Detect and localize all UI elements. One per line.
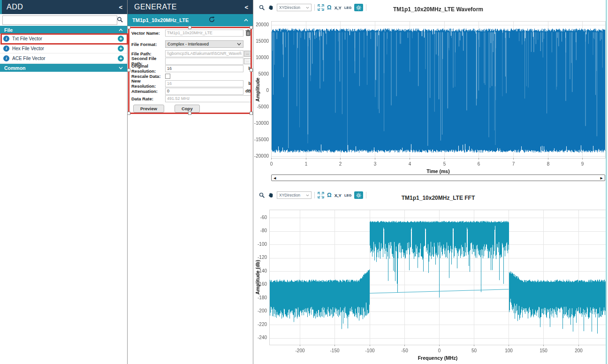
sidebar-item-txt-file-vector[interactable]: i Txt File Vector + [0,34,127,44]
info-icon[interactable]: i [3,46,9,52]
info-icon[interactable]: i [3,36,9,42]
fft-chart-canvas[interactable] [253,203,608,364]
form-row-original-resolution: Original Resolution: b [131,65,251,72]
file-format-select[interactable]: Complex - Interleaved [165,40,243,48]
field-label: Data Rate: [131,96,165,101]
vector-name-field[interactable] [165,30,243,37]
item-label: ACE File Vector [12,56,46,61]
waveform-chart-title: TM1p1_10x20MHz_LTE Waveform [271,6,605,13]
waveform-chart-canvas[interactable] [253,0,608,188]
section-header-common[interactable]: Common [0,64,127,72]
chevron-down-icon [119,67,123,69]
generator-form: Vector Name: File Format: Complex - Inte… [128,28,253,120]
new-resolution-field [165,80,243,87]
search-icon[interactable] [117,16,123,25]
add-panel: ADD < File i Txt File Vector + i Hex Fil… [0,0,128,364]
add-panel-title: ADD [7,3,23,11]
data-rate-field [165,95,251,102]
chevron-up-icon[interactable] [244,19,248,22]
vector-subheader-name: TM1p1_10x20MHz_LTE [132,17,189,23]
field-label: Rescale Data: [131,74,165,79]
form-row-file-format: File Format: Complex - Interleaved [131,40,251,48]
unit-label: dB [243,89,251,93]
section-label: File [4,27,13,33]
add-plus-icon[interactable]: + [118,46,124,52]
unit-label: b [243,81,251,86]
fft-chart-title: TM1p1_10x20MHz_LTE FFT [271,195,605,201]
add-plus-icon[interactable]: + [118,55,124,61]
charts-area: XYDirection Ω X,Y LEG TM1p1_10x20MHz_LTE… [253,0,608,364]
generate-collapse-icon[interactable]: < [244,4,248,11]
generate-panel-title: GENERATE [134,3,177,11]
field-label: File Format: [131,42,165,47]
sidebar-item-hex-file-vector[interactable]: i Hex File Vector + [0,44,127,53]
browse-button[interactable]: ... [244,51,251,57]
refresh-icon[interactable] [208,16,215,25]
second-file-path-field[interactable] [165,58,243,65]
add-collapse-icon[interactable]: < [119,4,122,11]
attenuation-field[interactable] [165,88,243,95]
vector-subheader[interactable]: TM1p1_10x20MHz_LTE [128,14,253,26]
form-row-attenuation: Attenuation: dB [131,87,251,95]
window-edge-strip [606,0,607,364]
panel-edge-accent [0,0,2,14]
item-label: Hex File Vector [12,46,44,51]
item-label: Txt File Vector [12,36,42,41]
field-label: Attenuation: [131,89,165,94]
preview-button[interactable]: Preview [133,105,164,113]
browse-button-disabled: ... [244,58,251,64]
chevron-down-icon [237,43,241,46]
generate-panel-header: GENERATE < [128,0,253,14]
file-format-value: Complex - Interleaved [167,42,209,46]
rescale-data-checkbox[interactable] [165,74,170,79]
zoom-icon[interactable] [259,192,265,198]
add-panel-header: ADD < [0,0,127,14]
info-icon[interactable]: i [3,55,9,61]
copy-button[interactable]: Copy [175,105,200,113]
form-row-new-resolution: New Resolution: b [131,80,251,87]
scroll-right-icon[interactable]: ▶ [600,175,603,181]
scroll-left-icon[interactable]: ◀ [274,175,276,181]
field-label: File Path: [131,51,165,56]
original-resolution-field[interactable] [165,65,243,72]
horizontal-scrollbar[interactable]: ◀ ▶ [271,174,605,181]
section-label: Common [4,65,26,71]
search-input[interactable] [2,15,117,25]
sidebar-item-ace-file-vector[interactable]: i ACE File Vector + [0,53,127,63]
zoom-icon[interactable] [259,5,265,11]
delete-icon[interactable] [243,30,251,36]
form-row-buttons: Preview Copy [131,104,251,113]
section-header-file[interactable]: File [0,26,127,34]
chevron-up-icon [119,29,123,31]
add-search-row [0,15,127,26]
field-label: Vector Name: [131,30,165,36]
generate-panel: GENERATE < TM1p1_10x20MHz_LTE Vector Nam… [128,0,253,364]
add-plus-icon[interactable]: + [118,36,124,42]
unit-label: b [243,66,251,71]
form-row-vector-name: Vector Name: [131,29,251,37]
file-path-field[interactable] [165,50,243,57]
form-row-data-rate: Data Rate: [131,95,251,102]
